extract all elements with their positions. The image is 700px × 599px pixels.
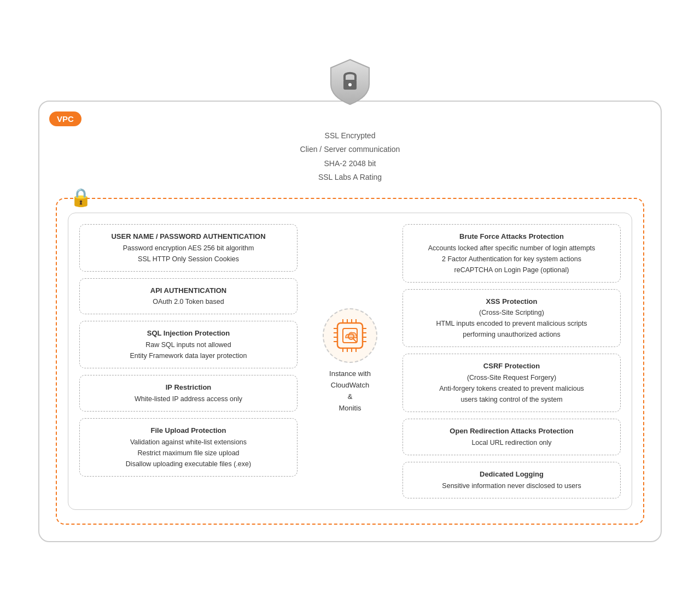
inner-solid-container: USER NAME / PASSWORD AUTHENTICATION Pass… <box>68 213 632 510</box>
lock-icon: 🔒 <box>70 187 92 208</box>
feature-logging-title: Dedicated Logging <box>412 469 611 480</box>
right-column: Brute Force Attacks Protection Accounts … <box>402 224 621 498</box>
feature-file-detail2: Restrict maximum file size upload <box>89 448 288 459</box>
feature-logging-detail: Sensitive information never disclosed to… <box>412 480 611 491</box>
main-diagram: VPC SSL Encrypted Clien / Server communi… <box>27 46 673 553</box>
feature-csrf-title: CSRF Protection <box>412 361 611 372</box>
feature-file-detail1: Validation against white-list extensions <box>89 437 288 448</box>
columns-layout: USER NAME / PASSWORD AUTHENTICATION Pass… <box>79 224 621 498</box>
vpc-label: VPC <box>49 111 81 126</box>
feature-xss-title: XSS Protection <box>412 296 611 308</box>
feature-csrf-sub: (Cross-Site Request Forgery) <box>412 372 611 383</box>
shield-icon <box>328 57 372 106</box>
feature-ip-title: IP Restriction <box>89 382 288 394</box>
feature-brute-title: Brute Force Attacks Protection <box>412 231 611 243</box>
feature-brute-detail3: reCAPTCHA on Login Page (optional) <box>412 265 611 275</box>
feature-api-title: API AUTHENTICATION <box>89 285 288 297</box>
feature-api-detail: OAuth 2.0 Token based <box>89 296 288 307</box>
center-column: Instance with CloudWatch & Monitis <box>306 224 394 498</box>
left-column: USER NAME / PASSWORD AUTHENTICATION Pass… <box>79 224 298 498</box>
feature-logging: Dedicated Logging Sensitive information … <box>402 462 621 498</box>
feature-brute-detail1: Accounts locked after specific number of… <box>412 243 611 254</box>
svg-line-21 <box>353 339 356 342</box>
feature-sql: SQL Injection Protection Raw SQL inputs … <box>79 321 298 368</box>
shield-wrapper <box>38 57 662 106</box>
instance-icon <box>331 316 369 355</box>
feature-brute: Brute Force Attacks Protection Accounts … <box>402 224 621 283</box>
feature-redirect-title: Open Redirection Attacks Protection <box>412 426 611 437</box>
feature-auth-title: USER NAME / PASSWORD AUTHENTICATION <box>89 231 288 243</box>
feature-file: File Upload Protection Validation agains… <box>79 418 298 477</box>
feature-auth: USER NAME / PASSWORD AUTHENTICATION Pass… <box>79 224 298 272</box>
ssl-info: SSL Encrypted Clien / Server communicati… <box>56 129 644 184</box>
feature-auth-detail2: SSL HTTP Only Session Cookies <box>89 254 288 265</box>
ssl-line4: SSL Labs A Rating <box>56 171 644 184</box>
feature-file-detail3: Disallow uploading executable files (.ex… <box>89 459 288 469</box>
center-icon-circle <box>323 308 377 363</box>
ssl-line1: SSL Encrypted <box>56 129 644 143</box>
ssl-line2: Clien / Server communication <box>56 143 644 156</box>
feature-xss-detail1: HTML inputs encoded to prevent malicious… <box>412 318 611 329</box>
feature-xss-detail2: performing unauthorized actions <box>412 329 611 340</box>
feature-csrf-detail1: Anti-forgery tokens created to prevent m… <box>412 383 611 394</box>
feature-xss-sub: (Cross-Site Scripting) <box>412 307 611 318</box>
feature-ip: IP Restriction White-listed IP address a… <box>79 375 298 412</box>
svg-point-1 <box>348 83 352 86</box>
feature-auth-detail1: Password encryption AES 256 bit algorith… <box>89 243 288 254</box>
feature-sql-title: SQL Injection Protection <box>89 328 288 339</box>
inner-dashed-container: 🔒 USER NAME / PASSWORD AUTHENTICATION Pa… <box>56 198 644 525</box>
center-label: Instance with CloudWatch & Monitis <box>329 368 371 414</box>
feature-xss: XSS Protection (Cross-Site Scripting) HT… <box>402 289 621 348</box>
feature-redirect: Open Redirection Attacks Protection Loca… <box>402 419 621 455</box>
feature-csrf-detail2: users taking control of the system <box>412 394 611 405</box>
feature-redirect-detail: Local URL redirection only <box>412 437 611 448</box>
ssl-line3: SHA-2 2048 bit <box>56 157 644 171</box>
feature-api-auth: API AUTHENTICATION OAuth 2.0 Token based <box>79 278 298 315</box>
feature-ip-detail: White-listed IP address access only <box>89 394 288 404</box>
feature-file-title: File Upload Protection <box>89 425 288 437</box>
feature-csrf: CSRF Protection (Cross-Site Request Forg… <box>402 354 621 412</box>
feature-brute-detail2: 2 Factor Authentication for key system a… <box>412 254 611 265</box>
feature-sql-detail2: Entity Framework data layer protection <box>89 350 288 361</box>
vpc-outer-container: VPC SSL Encrypted Clien / Server communi… <box>38 101 662 542</box>
feature-sql-detail1: Raw SQL inputs not allowed <box>89 339 288 350</box>
